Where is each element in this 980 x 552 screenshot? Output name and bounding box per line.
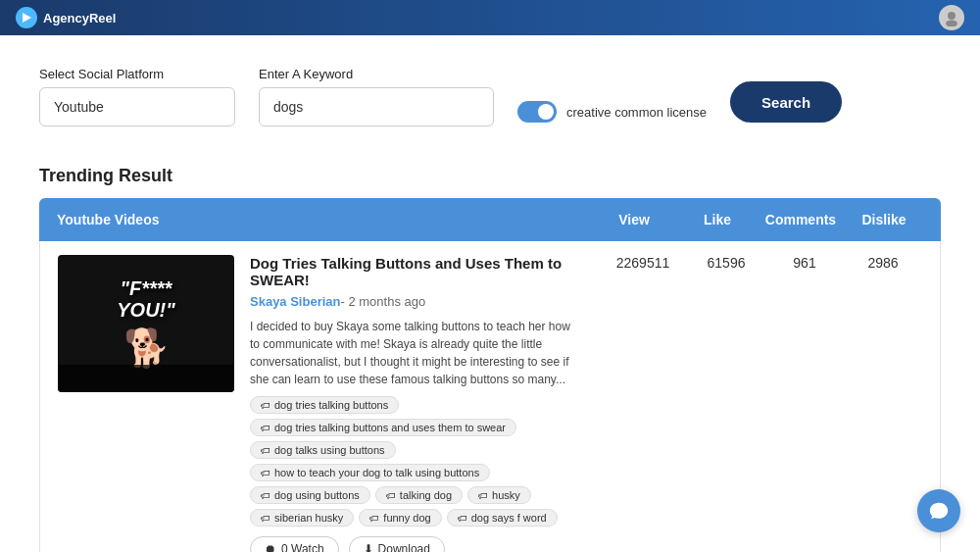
trending-title: Trending Result — [39, 166, 941, 186]
stat-likes-1: 61596 — [687, 255, 765, 271]
platform-label: Select Social Platform — [39, 67, 235, 81]
tag-10: dog says f word — [447, 509, 558, 527]
download-button-1[interactable]: ⬇ Download — [349, 536, 445, 552]
stat-views-1: 2269511 — [599, 255, 687, 271]
tag-3: dog talks using buttons — [250, 441, 396, 459]
license-toggle-group: creative common license — [517, 101, 707, 123]
keyword-group: Enter A Keyword — [259, 67, 494, 126]
thumb-dog-icon: 🐕 — [123, 326, 170, 370]
thumb-overlay-text: "F****YOU!" — [117, 277, 174, 321]
license-label: creative common license — [566, 105, 707, 120]
keyword-input[interactable] — [259, 87, 494, 126]
tag-7: husky — [467, 486, 531, 504]
tag-5: dog using buttons — [250, 486, 370, 504]
platform-group: Select Social Platform — [39, 67, 235, 126]
col-comments-header: Comments — [757, 212, 845, 227]
tag-1: dog tries talking buttons — [250, 396, 399, 414]
col-like-header: Like — [678, 212, 757, 227]
col-view-header: View — [590, 212, 678, 227]
svg-marker-0 — [23, 13, 31, 23]
tag-9: funny dog — [359, 509, 441, 527]
topnav: AgencyReel — [0, 0, 980, 35]
search-button[interactable]: Search — [730, 81, 842, 123]
search-form: Select Social Platform Enter A Keyword c… — [39, 67, 941, 126]
video-channel-1[interactable]: Skaya Siberian — [250, 294, 341, 309]
platform-input[interactable] — [39, 87, 235, 126]
watch-button-1[interactable]: ⏺ 0 Watch — [250, 536, 339, 552]
logo: AgencyReel — [16, 7, 116, 28]
video-desc-1: I decided to buy Skaya some talking butt… — [250, 318, 573, 388]
user-avatar[interactable] — [939, 5, 964, 30]
logo-icon — [16, 7, 37, 28]
tag-8: siberian husky — [250, 509, 354, 527]
video-title-1: Dog Tries Talking Buttons and Uses Them … — [250, 255, 573, 288]
tag-2: dog tries talking buttons and uses them … — [250, 419, 516, 436]
tag-6: talking dog — [375, 486, 463, 504]
video-actions-1: ⏺ 0 Watch ⬇ Download — [250, 536, 573, 552]
trending-section: Trending Result Youtube Videos View Like… — [39, 166, 941, 552]
license-group: creative common license — [517, 75, 707, 126]
thumb-bottom-bar — [58, 365, 234, 392]
tag-4: how to teach your dog to talk using butt… — [250, 464, 490, 481]
play-icon — [20, 11, 33, 25]
video-thumbnail-1: "F****YOU!" 🐕 — [58, 255, 234, 392]
chat-bubble[interactable] — [917, 489, 960, 532]
watch-icon: ⏺ — [265, 542, 276, 552]
svg-point-2 — [946, 21, 957, 27]
table-header: Youtube Videos View Like Comments Dislik… — [39, 198, 941, 241]
video-tags-1: dog tries talking buttons dog tries talk… — [250, 396, 573, 527]
main-content: Select Social Platform Enter A Keyword c… — [0, 35, 980, 552]
video-info-1: Dog Tries Talking Buttons and Uses Them … — [250, 255, 573, 552]
stat-comments-1: 961 — [765, 255, 844, 271]
chat-icon — [928, 500, 950, 522]
watch-label: 0 Watch — [281, 542, 324, 552]
toggle-track — [517, 101, 557, 123]
svg-point-1 — [948, 12, 956, 20]
avatar-icon — [943, 9, 960, 26]
stat-dislikes-1: 2986 — [844, 255, 922, 271]
video-date-1: - 2 months ago — [341, 294, 426, 309]
download-label: Download — [378, 542, 430, 552]
logo-text: AgencyReel — [43, 11, 116, 25]
license-toggle[interactable] — [517, 101, 557, 123]
video-card-1: "F****YOU!" 🐕 Dog Tries Talking Buttons … — [39, 241, 941, 552]
col-dislike-header: Dislike — [845, 212, 923, 227]
col-title-header: Youtube Videos — [57, 212, 590, 227]
video-stats-1: 2269511 61596 961 2986 — [589, 255, 922, 271]
keyword-label: Enter A Keyword — [259, 67, 494, 81]
toggle-knob — [538, 104, 554, 120]
topnav-right — [939, 5, 964, 30]
download-icon: ⬇ — [364, 542, 373, 552]
